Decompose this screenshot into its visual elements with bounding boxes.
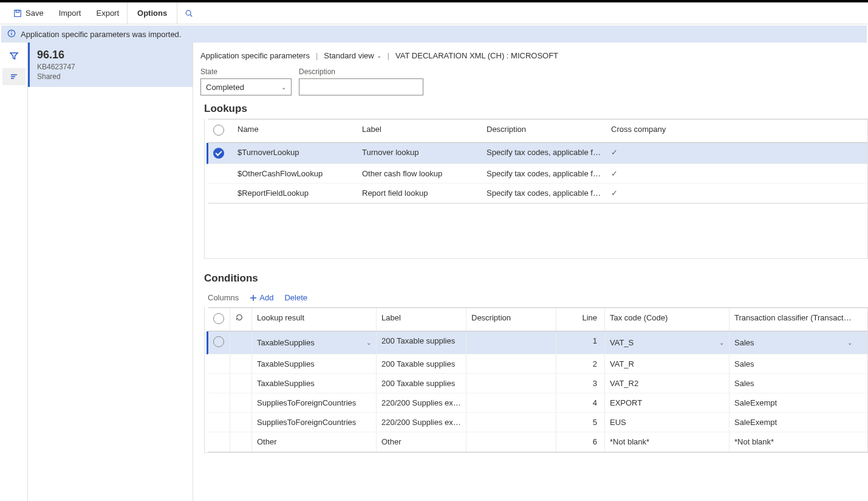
breadcrumb-page: Application specific parameters	[200, 51, 310, 60]
row-selector[interactable]	[208, 331, 230, 354]
search-button[interactable]	[177, 2, 201, 24]
cell-txclass[interactable]: *Not blank*	[730, 432, 857, 451]
delete-button[interactable]: Delete	[284, 293, 307, 302]
state-select[interactable]: Completed ⌄	[200, 78, 292, 95]
col-label[interactable]: Label	[357, 120, 482, 142]
chevron-down-icon: ⌄	[366, 339, 371, 346]
condition-row[interactable]: TaxableSupplies200 Taxable supplies2VAT_…	[208, 354, 867, 374]
cell-result[interactable]: Other	[252, 432, 377, 451]
filter-icon	[9, 51, 19, 61]
cell-label: Report field lookup	[357, 184, 482, 202]
description-label: Description	[299, 67, 423, 76]
cell-txclass[interactable]: Sales⌄	[730, 331, 857, 354]
export-button[interactable]: Export	[89, 2, 127, 24]
cell-description	[466, 374, 556, 393]
save-button[interactable]: Save	[6, 2, 52, 24]
svg-rect-1	[16, 10, 19, 12]
left-rail	[0, 43, 28, 501]
col-line[interactable]: Line	[556, 308, 605, 331]
description-input[interactable]	[299, 78, 423, 95]
cell-txclass[interactable]: SaleExempt	[730, 413, 857, 432]
col-result[interactable]: Lookup result	[252, 308, 377, 331]
filter-button[interactable]	[2, 47, 26, 64]
cell-label: Other cash flow lookup	[357, 164, 482, 183]
cell-result[interactable]: TaxableSupplies	[252, 354, 377, 373]
cell-result[interactable]: SuppliesToForeignCountries	[252, 393, 377, 412]
cell-label: 200 Taxable supplies	[377, 354, 466, 373]
conditions-toolbar: Columns Add Delete	[200, 288, 868, 307]
cell-name: $OtherCashFlowLookup	[233, 164, 357, 183]
cell-tax[interactable]: EUS	[605, 413, 730, 432]
row-selector[interactable]	[208, 354, 230, 373]
cell-txclass[interactable]: SaleExempt	[730, 393, 857, 412]
cell-description: Specify tax codes, applicable for...	[482, 184, 606, 202]
col-cross[interactable]: Cross company	[606, 120, 716, 142]
cell-description: Specify tax codes, applicable for...	[482, 164, 606, 183]
col-description[interactable]: Description	[482, 120, 606, 142]
cell-tax[interactable]: VAT_S⌄	[605, 331, 730, 354]
cell-line: 5	[556, 413, 605, 432]
condition-row[interactable]: SuppliesToForeignCountries220/200 Suppli…	[208, 393, 867, 413]
cell-label: 200 Taxable supplies	[377, 374, 466, 393]
condition-row[interactable]: TaxableSupplies200 Taxable supplies3VAT_…	[208, 374, 867, 393]
col-label[interactable]: Label	[377, 308, 466, 331]
condition-row[interactable]: TaxableSupplies⌄200 Taxable supplies1VAT…	[207, 331, 867, 354]
col-description[interactable]: Description	[466, 308, 556, 331]
col-tax[interactable]: Tax code (Code)	[605, 308, 730, 331]
cell-description	[466, 331, 556, 354]
chevron-down-icon: ⌄	[719, 339, 724, 346]
chevron-down-icon: ⌄	[847, 339, 852, 346]
cell-line: 3	[556, 374, 605, 393]
cell-result[interactable]: SuppliesToForeignCountries	[252, 413, 377, 432]
lines-icon	[9, 72, 19, 81]
options-button[interactable]: Options	[127, 2, 177, 24]
svg-rect-0	[15, 10, 21, 16]
row-selector[interactable]	[208, 393, 230, 412]
col-name[interactable]: Name	[233, 120, 357, 142]
condition-row[interactable]: SuppliesToForeignCountries220/200 Suppli…	[208, 413, 867, 432]
condition-row[interactable]: OtherOther6*Not blank**Not blank*	[208, 432, 867, 452]
lookup-row[interactable]: $ReportFieldLookupReport field lookupSpe…	[208, 184, 867, 203]
row-selector[interactable]	[208, 143, 233, 164]
add-button[interactable]: Add	[250, 293, 273, 302]
cell-result[interactable]: TaxableSupplies⌄	[252, 331, 377, 354]
cell-txclass[interactable]: Sales	[730, 354, 857, 373]
cell-tax[interactable]: *Not blank*	[605, 432, 730, 451]
cell-result[interactable]: TaxableSupplies	[252, 374, 377, 393]
cell-line: 2	[556, 354, 605, 373]
cell-description	[466, 432, 556, 451]
svg-line-3	[190, 15, 192, 16]
row-selector[interactable]	[208, 164, 233, 183]
import-button[interactable]: Import	[52, 2, 89, 24]
row-selector[interactable]	[208, 184, 233, 202]
chevron-down-icon: ⌄	[377, 52, 381, 59]
info-icon	[7, 29, 16, 40]
refresh-button[interactable]	[230, 308, 252, 331]
plus-icon	[250, 294, 257, 302]
cell-tax[interactable]: VAT_R2	[605, 374, 730, 393]
row-selector[interactable]	[208, 432, 230, 451]
cell-cross: ✓	[606, 184, 716, 202]
col-txclass[interactable]: Transaction classifier (TransactionCla..…	[730, 308, 857, 331]
save-label: Save	[26, 9, 44, 18]
row-refresh-cell	[230, 413, 252, 432]
select-all-checkbox[interactable]	[208, 308, 230, 331]
lookup-row[interactable]: $OtherCashFlowLookupOther cash flow look…	[208, 164, 867, 184]
conditions-grid: Lookup result Label Description Line Tax…	[208, 307, 867, 452]
cell-txclass[interactable]: Sales	[730, 374, 857, 393]
export-label: Export	[96, 9, 119, 18]
import-label: Import	[59, 9, 81, 18]
lookup-row[interactable]: $TurnoverLookupTurnover lookupSpecify ta…	[207, 143, 867, 164]
columns-button[interactable]: Columns	[208, 293, 239, 302]
version-list-item[interactable]: 96.16 KB4623747 Shared	[28, 43, 193, 87]
cell-description	[466, 393, 556, 412]
row-selector[interactable]	[208, 374, 230, 393]
cell-tax[interactable]: EXPORT	[605, 393, 730, 412]
cell-tax[interactable]: VAT_R	[605, 354, 730, 373]
version-list: 96.16 KB4623747 Shared	[28, 43, 193, 501]
row-selector[interactable]	[208, 413, 230, 432]
view-selector[interactable]: Standard view ⌄	[324, 51, 381, 60]
select-all-checkbox[interactable]	[208, 120, 233, 142]
sort-button[interactable]	[2, 68, 26, 85]
cell-label: 220/200 Supplies exe...	[377, 413, 466, 432]
